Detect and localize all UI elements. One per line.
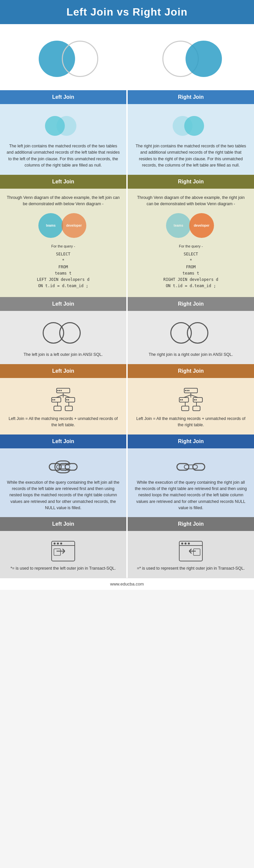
left-venn-right-label: developer xyxy=(66,223,82,228)
svg-point-13 xyxy=(52,399,54,400)
section6-left-text: *= is used to represent the left outer j… xyxy=(7,565,120,571)
svg-line-23 xyxy=(184,395,191,398)
page-header: Left Join vs Right Join xyxy=(0,0,254,24)
db-icon-right xyxy=(178,386,204,413)
svg-point-43 xyxy=(57,542,59,545)
sql-icon-right xyxy=(178,539,204,563)
section2-left-query-label: For the query - xyxy=(7,244,120,249)
section6-left-content: *= is used to represent the left outer j… xyxy=(0,531,126,578)
section6-left-header: Left Join xyxy=(0,517,126,531)
section3-left-text: The left join is a left outer join in AN… xyxy=(7,351,120,358)
page-container: Left Join vs Right Join Left Join Right … xyxy=(0,0,254,590)
svg-line-7 xyxy=(63,395,70,398)
top-venn-area xyxy=(0,24,254,90)
section6-right-header: Right Join xyxy=(128,517,254,531)
section2-right-query-label: For the query - xyxy=(134,244,247,249)
svg-point-12 xyxy=(60,390,62,391)
section1-left-content: The left join contains the matched recor… xyxy=(0,104,126,175)
section4-right-content: Left Join = All the matching records + u… xyxy=(128,378,254,434)
svg-point-33 xyxy=(195,399,197,400)
svg-line-6 xyxy=(56,395,63,398)
section4-right-header: Right Join xyxy=(128,364,254,378)
left-venn-left-label: teams xyxy=(46,223,56,228)
svg-point-48 xyxy=(181,542,183,545)
svg-rect-51 xyxy=(194,549,200,555)
svg-point-16 xyxy=(68,399,69,400)
section1-left-header: Left Join xyxy=(0,90,126,104)
svg-rect-45 xyxy=(54,549,60,555)
section3-right-text: The right join is a right outer join in … xyxy=(134,351,247,358)
section3-right-content: The right join is a right outer join in … xyxy=(128,311,254,364)
section2-right-intro: Through Venn diagram of the above exampl… xyxy=(134,195,247,208)
db-icon-left xyxy=(50,386,76,413)
svg-point-28 xyxy=(187,390,188,391)
svg-point-14 xyxy=(54,399,55,400)
svg-rect-21 xyxy=(193,406,200,411)
page-title: Left Join vs Right Join xyxy=(3,6,251,18)
section3-right-header: Right Join xyxy=(128,297,254,311)
section3-content: The left join is a left outer join in AN… xyxy=(0,311,254,364)
section3-left-header: Left Join xyxy=(0,297,126,311)
page-footer: www.educba.com xyxy=(0,578,254,590)
section2-content: Through Venn diagram of the above exampl… xyxy=(0,189,254,298)
section2: Left Join Right Join Through Venn diagra… xyxy=(0,175,254,298)
right-venn-right-label: developer xyxy=(194,223,209,228)
section5-left-content: While the execution of the query contain… xyxy=(0,448,126,518)
svg-point-32 xyxy=(194,399,195,400)
section1-right-header: Right Join xyxy=(128,90,254,104)
section2-left-header: Left Join xyxy=(0,175,126,189)
section4-right-text: Left Join = All the matching records + u… xyxy=(134,416,247,429)
section2-left-intro: Through Venn diagram of the above exampl… xyxy=(7,195,120,208)
section3-header: Left Join Right Join xyxy=(0,297,254,311)
right-circle-outline xyxy=(62,41,98,77)
svg-point-11 xyxy=(59,390,60,391)
section5-right-content: While the execution of the query contain… xyxy=(128,448,254,518)
right-circle-filled xyxy=(186,41,222,77)
section2-right-code: SELECT * FROM teams t RIGHT JOIN develop… xyxy=(134,251,247,289)
svg-point-42 xyxy=(54,542,56,545)
section4-content: Left Join = All the matching records + u… xyxy=(0,378,254,434)
section2-left-content: Through Venn diagram of the above exampl… xyxy=(0,189,126,298)
section2-header: Left Join Right Join xyxy=(0,175,254,189)
section1: Left Join Right Join The left join conta… xyxy=(0,90,254,175)
section4-header: Left Join Right Join xyxy=(0,364,254,378)
section4-left-text: Left Join = All the matching records + u… xyxy=(7,416,120,429)
right-venn-left-label: teams xyxy=(174,223,183,228)
section5-content: While the execution of the query contain… xyxy=(0,448,254,518)
svg-point-15 xyxy=(66,399,67,400)
top-right-join-venn xyxy=(143,34,235,84)
section5: Left Join Right Join While the execution… xyxy=(0,434,254,518)
section6: Left Join Right Join xyxy=(0,517,254,578)
section6-header: Left Join Right Join xyxy=(0,517,254,531)
section4-left-content: Left Join = All the matching records + u… xyxy=(0,378,126,434)
svg-point-31 xyxy=(181,399,183,400)
footer-url: www.educba.com xyxy=(110,582,144,587)
svg-point-27 xyxy=(185,390,186,391)
section1-header: Left Join Right Join xyxy=(0,90,254,104)
section5-left-text: While the execution of the query contain… xyxy=(7,479,120,512)
section2-left-code: SELECT * FROM teams t LEFT JOIN develope… xyxy=(7,251,120,289)
svg-rect-36 xyxy=(57,465,70,469)
section5-left-header: Left Join xyxy=(0,434,126,448)
svg-rect-3 xyxy=(54,406,61,411)
section3-left-content: The left join is a left outer join in AN… xyxy=(0,311,126,364)
section2-right-header: Right Join xyxy=(128,175,254,189)
section1-right-content: The right join contains the matched reco… xyxy=(128,104,254,175)
sql-icon-left xyxy=(50,539,76,563)
chain-icon-left xyxy=(47,457,80,477)
section6-right-text: =* is used to represent the right outer … xyxy=(134,565,247,571)
svg-point-50 xyxy=(188,542,190,545)
svg-line-24 xyxy=(191,395,198,398)
section4: Left Join Right Join xyxy=(0,364,254,434)
section5-header: Left Join Right Join xyxy=(0,434,254,448)
svg-point-49 xyxy=(185,542,187,545)
svg-point-30 xyxy=(180,399,181,400)
section2-right-content: Through Venn diagram of the above exampl… xyxy=(128,189,254,298)
svg-rect-39 xyxy=(184,465,197,469)
section1-left-text: The left join contains the matched recor… xyxy=(7,143,120,169)
svg-point-10 xyxy=(57,390,59,391)
section5-right-header: Right Join xyxy=(128,434,254,448)
section4-left-header: Left Join xyxy=(0,364,126,378)
section1-right-text: The right join contains the matched reco… xyxy=(134,143,247,169)
section1-content: The left join contains the matched recor… xyxy=(0,104,254,175)
